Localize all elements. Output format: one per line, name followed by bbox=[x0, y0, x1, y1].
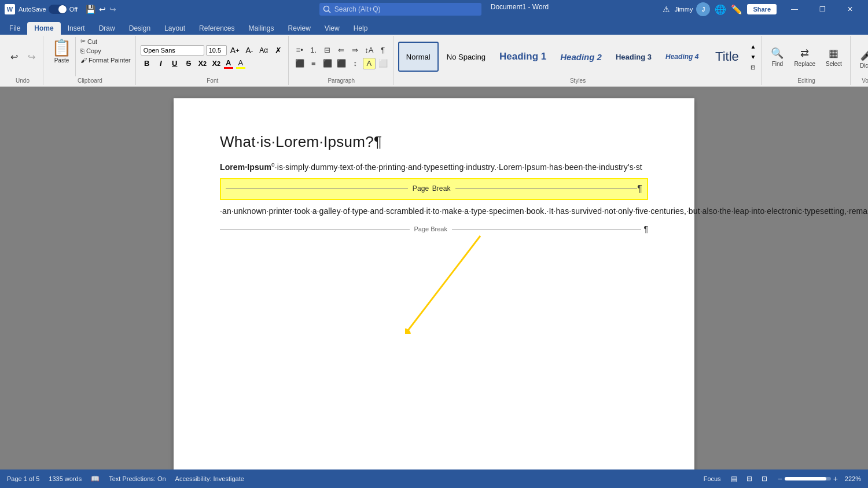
align-left-button[interactable]: ⬛ bbox=[293, 58, 306, 69]
style-heading3[interactable]: Heading 3 bbox=[610, 42, 657, 72]
align-center-button[interactable]: ≡ bbox=[307, 58, 320, 69]
subscript-button[interactable]: X2 bbox=[196, 58, 209, 69]
document-body[interactable]: Lorem·Ipsumo·is·simply·dummy·text·of·the… bbox=[220, 160, 648, 217]
font-case-button[interactable]: Aα bbox=[258, 45, 270, 56]
font-name-input[interactable] bbox=[141, 45, 204, 56]
tab-file[interactable]: File bbox=[2, 22, 27, 35]
font-size-increase-button[interactable]: A+ bbox=[229, 45, 241, 56]
style-title[interactable]: Title bbox=[707, 42, 747, 72]
select-label: Select bbox=[826, 61, 842, 67]
tab-draw[interactable]: Draw bbox=[92, 22, 122, 35]
clear-formatting-button[interactable]: ✗ bbox=[272, 45, 285, 56]
font-size-input[interactable] bbox=[206, 45, 227, 56]
tab-view[interactable]: View bbox=[318, 22, 347, 35]
cut-label: Cut bbox=[87, 38, 97, 45]
redo-qat-icon[interactable]: ↪ bbox=[109, 5, 116, 14]
bullets-button[interactable]: ≡• bbox=[293, 45, 306, 56]
multilevel-list-button[interactable]: ⊟ bbox=[321, 45, 334, 56]
tab-insert[interactable]: Insert bbox=[61, 22, 92, 35]
bold-button[interactable]: B bbox=[141, 58, 153, 69]
zoom-in-button[interactable]: + bbox=[833, 474, 838, 483]
focus-view-button[interactable]: ⊡ bbox=[758, 472, 771, 485]
voice-group: 🎤 Dictate Voice bbox=[852, 36, 868, 85]
font-row1: A+ A- Aα ✗ bbox=[141, 45, 285, 56]
undo-button[interactable]: ↩ bbox=[6, 49, 22, 65]
sort-button[interactable]: ↕A bbox=[363, 45, 376, 56]
restore-button[interactable]: ❐ bbox=[809, 0, 836, 19]
text-predictions[interactable]: Text Predictions: On bbox=[109, 475, 165, 482]
style-heading4[interactable]: Heading 4 bbox=[660, 42, 704, 72]
redo-button[interactable]: ↪ bbox=[23, 49, 39, 65]
font-size-decrease-button[interactable]: A- bbox=[243, 45, 256, 56]
tab-review[interactable]: Review bbox=[281, 22, 318, 35]
tab-layout[interactable]: Layout bbox=[157, 22, 192, 35]
web-layout-view-button[interactable]: ⊟ bbox=[743, 472, 756, 485]
replace-button[interactable]: ⇄ Replace bbox=[789, 45, 820, 69]
avatar[interactable]: J bbox=[696, 2, 710, 16]
highlight-color-button[interactable]: A bbox=[236, 58, 245, 69]
styles-expand-button[interactable]: ⊡ bbox=[748, 62, 757, 72]
share-button[interactable]: Share bbox=[747, 4, 777, 14]
find-icon: 🔍 bbox=[771, 47, 784, 60]
italic-button[interactable]: I bbox=[155, 58, 167, 69]
strikethrough-button[interactable]: S bbox=[182, 58, 195, 69]
notification-icon[interactable]: ⚠ bbox=[663, 5, 670, 14]
username: Jimmy bbox=[675, 6, 693, 13]
style-normal[interactable]: Normal bbox=[398, 42, 439, 72]
styles-down-button[interactable]: ▼ bbox=[748, 52, 757, 61]
zoom-out-button[interactable]: − bbox=[778, 474, 782, 483]
accessibility[interactable]: Accessibility: Investigate bbox=[175, 475, 244, 482]
editing-label: Editing bbox=[766, 76, 847, 85]
underline-button[interactable]: U bbox=[168, 58, 181, 69]
zoom-slider[interactable] bbox=[785, 477, 831, 480]
undo-qat-icon[interactable]: ↩ bbox=[99, 5, 106, 14]
heading-text: What·is·Lorem·Ipsum?¶ bbox=[220, 133, 382, 150]
shading-button[interactable]: A bbox=[363, 58, 376, 69]
close-button[interactable]: ✕ bbox=[837, 0, 863, 19]
lorem-ipsum-bold: Lorem·Ipsum bbox=[220, 162, 271, 172]
superscript-button[interactable]: X2 bbox=[210, 58, 223, 69]
copy-button[interactable]: ⎘ Copy bbox=[79, 47, 132, 55]
svg-point-0 bbox=[323, 6, 329, 12]
styles-up-button[interactable]: ▲ bbox=[748, 42, 757, 51]
search-input[interactable] bbox=[319, 3, 481, 16]
focus-button[interactable]: Focus bbox=[704, 475, 721, 482]
tab-design[interactable]: Design bbox=[122, 22, 157, 35]
minimize-button[interactable]: — bbox=[781, 0, 808, 19]
align-right-button[interactable]: ⬛ bbox=[321, 58, 334, 69]
increase-indent-button[interactable]: ⇒ bbox=[349, 45, 362, 56]
justify-button[interactable]: ⬛ bbox=[335, 58, 348, 69]
show-formatting-button[interactable]: ¶ bbox=[377, 45, 389, 56]
numbering-button[interactable]: 1. bbox=[307, 45, 320, 56]
window-controls: — ❐ ✕ bbox=[781, 0, 863, 19]
find-button[interactable]: 🔍 Find bbox=[766, 45, 788, 69]
select-button[interactable]: ▦ Select bbox=[821, 45, 847, 69]
paste-button[interactable]: 📋 Paste bbox=[48, 37, 76, 76]
cut-button[interactable]: ✂ Cut bbox=[79, 37, 132, 46]
status-bar: Page 1 of 5 1335 words 📖 Text Prediction… bbox=[0, 469, 868, 488]
select-icon: ▦ bbox=[829, 47, 838, 60]
tab-mailings[interactable]: Mailings bbox=[241, 22, 281, 35]
print-layout-view-button[interactable]: ▤ bbox=[728, 472, 741, 485]
spell-check-icon[interactable]: 📖 bbox=[91, 475, 100, 483]
page[interactable]: What·is·Lorem·Ipsum?¶ Lorem·Ipsumo·is·si… bbox=[174, 98, 694, 469]
decrease-indent-button[interactable]: ⇐ bbox=[335, 45, 348, 56]
text-color-button[interactable]: A bbox=[224, 58, 233, 69]
style-heading1[interactable]: Heading 1 bbox=[494, 42, 552, 72]
tab-home[interactable]: Home bbox=[27, 22, 60, 35]
style-heading2[interactable]: Heading 2 bbox=[554, 42, 608, 72]
style-no-spacing[interactable]: No Spacing bbox=[441, 42, 491, 72]
format-painter-button[interactable]: 🖌 Format Painter bbox=[79, 56, 132, 64]
line-spacing-button[interactable]: ↕ bbox=[349, 58, 362, 69]
autosave-toggle[interactable] bbox=[49, 5, 67, 14]
dictate-button[interactable]: 🎤 Dictate bbox=[855, 43, 868, 71]
tab-help[interactable]: Help bbox=[347, 22, 375, 35]
globe-icon[interactable]: 🌐 bbox=[715, 4, 726, 15]
paragraph-group-content: ≡• 1. ⊟ ⇐ ⇒ ↕A ¶ ⬛ ≡ ⬛ ⬛ ↕ A ⬜ bbox=[293, 37, 389, 76]
bottom-area: Page Break ¶ bbox=[220, 224, 648, 234]
border-button[interactable]: ⬜ bbox=[377, 58, 389, 69]
para-controls: ≡• 1. ⊟ ⇐ ⇒ ↕A ¶ ⬛ ≡ ⬛ ⬛ ↕ A ⬜ bbox=[293, 45, 389, 69]
tab-references[interactable]: References bbox=[192, 22, 241, 35]
save-icon[interactable]: 💾 bbox=[86, 5, 95, 14]
pen-icon[interactable]: ✏️ bbox=[731, 4, 742, 15]
